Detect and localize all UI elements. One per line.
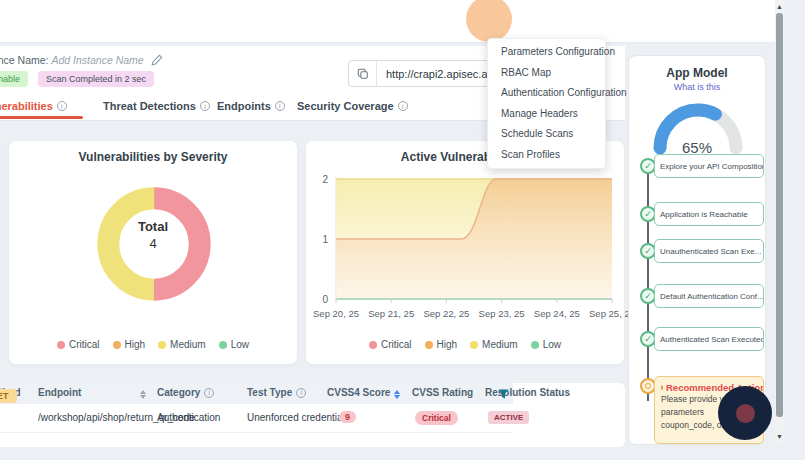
menu-item-scan-profiles[interactable]: Scan Profiles — [488, 145, 605, 166]
x-label: Sep 22, 25 — [423, 308, 469, 319]
chat-widget-button[interactable] — [718, 386, 772, 440]
app-window: AppWithScans Scan History Scan All Endpo… — [0, 0, 805, 460]
menu-item-parameters-configuration[interactable]: Parameters Configuration — [488, 42, 605, 63]
menu-item-rbac-map[interactable]: RBAC Map — [488, 63, 605, 84]
col-test-type-label: Test Type — [247, 387, 292, 398]
instance-name-row: Instance Name: Add Instance Name — [0, 53, 164, 67]
active-tab-underline — [0, 116, 83, 119]
reachable-badge: Reachable — [0, 71, 28, 87]
legend-item-low[interactable]: Low — [219, 339, 249, 350]
step-explore-api-composition[interactable]: Explore your API Composition — [654, 154, 764, 178]
menu-item-authentication-configuration[interactable]: Authentication Configuration — [488, 83, 605, 104]
legend-item-critical[interactable]: Critical — [57, 339, 100, 350]
legend-item-medium[interactable]: Medium — [158, 339, 206, 350]
edit-instance-icon[interactable] — [150, 53, 164, 67]
step-application-reachable[interactable]: Application is Reachable — [654, 202, 764, 226]
tab-endpoints-label: Endpoints — [217, 100, 271, 112]
what-is-this-link[interactable]: What is this — [629, 82, 765, 92]
tab-threat-detections[interactable]: Threat Detectionsi — [103, 98, 210, 114]
step-authenticated-scan[interactable]: Authenticated Scan Executed — [654, 327, 764, 351]
donut-total-value: 4 — [9, 236, 297, 251]
info-icon[interactable]: i — [296, 388, 306, 398]
info-icon[interactable]: i — [204, 388, 214, 398]
info-icon[interactable]: i — [398, 101, 408, 111]
app-model-title: App Model — [629, 66, 765, 80]
y-tick-0: 0 — [322, 294, 328, 305]
tab-endpoints[interactable]: Endpointsi — [217, 98, 285, 114]
vulnerabilities-table: Method Endpoint Categoryi Test Typei CVS… — [0, 383, 625, 447]
step-unauthenticated-scan[interactable]: Unauthenticated Scan Exe... — [654, 239, 764, 263]
low-dot — [531, 341, 539, 349]
donut-total-label: Total — [9, 219, 297, 234]
tab-security-coverage[interactable]: Security Coveragei — [297, 98, 408, 114]
tab-threat-detections-label: Threat Detections — [103, 100, 196, 112]
menu-item-schedule-scans[interactable]: Schedule Scans — [488, 124, 605, 145]
legend-label: Medium — [482, 339, 518, 350]
donut-chart-title: Vulnerabilities by Severity — [9, 150, 297, 164]
scrollbar-down-arrow[interactable]: ▼ — [775, 432, 784, 441]
donut-center-total: Total 4 — [9, 219, 297, 251]
high-dot — [425, 341, 433, 349]
copy-url-button[interactable] — [349, 61, 377, 86]
col-cvss4-score[interactable]: CVSS4 Score — [327, 387, 390, 398]
info-icon[interactable]: i — [57, 101, 67, 111]
critical-dot — [57, 341, 65, 349]
filter-funnel-icon[interactable] — [498, 389, 509, 399]
info-icon[interactable]: i — [200, 101, 210, 111]
low-dot — [219, 341, 227, 349]
page-canvas: AppWithScans Scan History Scan All Endpo… — [0, 0, 805, 460]
col-endpoint-label: Endpoint — [38, 387, 81, 398]
critical-dot — [369, 341, 377, 349]
cvss-rating-badge: Critical — [415, 411, 458, 425]
instance-name-placeholder[interactable]: Add Instance Name — [51, 54, 143, 66]
instance-name-label: Instance Name: — [0, 54, 49, 66]
sort-endpoint-icon[interactable] — [140, 390, 146, 399]
target-url-value[interactable]: http://crapi2.apisec.ai — [377, 68, 490, 80]
legend-label: Medium — [170, 339, 206, 350]
steps-timeline — [647, 161, 649, 401]
legend-item-high[interactable]: High — [113, 339, 146, 350]
legend-label: High — [437, 339, 458, 350]
legend-item-low[interactable]: Low — [531, 339, 561, 350]
trend-legend: Critical High Medium Low — [306, 339, 624, 350]
scan-completed-badge: Scan Completed in 2 sec — [38, 71, 154, 87]
legend-label: Low — [543, 339, 561, 350]
info-icon[interactable]: i — [275, 101, 285, 111]
x-label: Sep 21, 25 — [368, 308, 414, 319]
target-icon — [661, 385, 663, 390]
legend-item-medium[interactable]: Medium — [470, 339, 518, 350]
active-vulnerabilities-card: Active Vulnerabilities - — [305, 140, 625, 365]
method-badge: GET — [0, 389, 17, 403]
copy-icon — [357, 68, 369, 80]
legend-label: High — [125, 339, 146, 350]
scrollbar-up-arrow[interactable]: ▲ — [775, 2, 784, 11]
legend-label: Critical — [381, 339, 412, 350]
col-cvss4-score-label: CVSS4 Score — [327, 387, 390, 398]
y-tick-1: 1 — [322, 234, 328, 245]
legend-item-critical[interactable]: Critical — [369, 339, 412, 350]
legend-label: Critical — [69, 339, 100, 350]
category-cell: Authentication — [157, 412, 220, 423]
x-label: Sep 20, 25 — [313, 308, 359, 319]
legend-item-high[interactable]: High — [425, 339, 458, 350]
menu-item-manage-headers[interactable]: Manage Headers — [488, 104, 605, 125]
x-label: Sep 24, 25 — [534, 308, 580, 319]
tab-vulnerabilities-label: Vulnerabilities — [0, 100, 53, 112]
legend-label: Low — [231, 339, 249, 350]
col-endpoint[interactable]: Endpoint — [38, 387, 81, 398]
y-tick-2: 2 — [322, 174, 328, 185]
tab-vulnerabilities[interactable]: Vulnerabilitiesi — [0, 98, 67, 114]
active-vulnerabilities-area-chart[interactable]: 2 1 0 Sep 20, 25 Sep 21, 25 Sep 22, 25 S… — [310, 167, 622, 327]
sort-cvss4-score-icon[interactable] — [394, 390, 400, 399]
col-test-type: Test Typei — [247, 387, 306, 398]
medium-dot — [158, 341, 166, 349]
vulnerabilities-by-severity-card: Vulnerabilities by Severity Total 4 Crit… — [8, 140, 298, 365]
resolution-status-badge: ACTIVE — [488, 411, 529, 424]
app-config-dropdown: Parameters Configuration RBAC Map Authen… — [487, 38, 606, 169]
severity-legend: Critical High Medium Low — [9, 339, 297, 350]
col-category: Categoryi — [157, 387, 214, 398]
top-header-bar — [0, 0, 805, 43]
scrollbar-thumb[interactable] — [776, 13, 783, 417]
col-cvss-rating: CVSS Rating — [412, 387, 473, 398]
step-default-authentication[interactable]: Default Authentication Conf... — [654, 284, 764, 308]
